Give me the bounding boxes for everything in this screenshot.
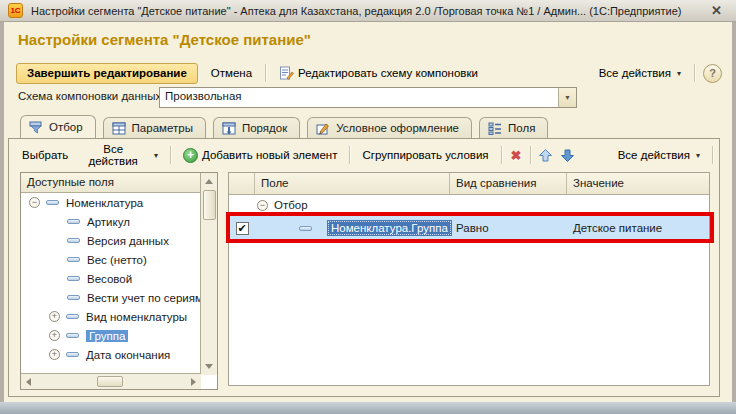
condition-comparison-cell[interactable]: Равно <box>450 222 567 234</box>
tab-filter[interactable]: Отбор <box>20 115 96 138</box>
tab-conditional-appearance[interactable]: Условное оформление <box>307 117 472 138</box>
row-checkbox-checked[interactable]: ✔ <box>236 222 249 235</box>
tab-label: Порядок <box>242 122 287 134</box>
all-actions-top-button[interactable]: Все действия ▾ <box>594 63 686 83</box>
title-bar: 1С Настройки сегмента "Детское питание" … <box>0 0 736 22</box>
field-icon <box>67 219 80 224</box>
all-actions-label: Все действия <box>618 149 690 161</box>
dropdown-arrow-icon: ▼ <box>564 94 571 101</box>
tree-item-ves-netto[interactable]: Вес (нетто) <box>21 250 201 269</box>
field-icon <box>67 295 80 300</box>
condition-value-cell[interactable]: Детское питание <box>567 222 709 234</box>
cancel-button[interactable]: Отмена <box>206 63 257 83</box>
add-element-button[interactable]: + Добавить новый элемент <box>178 144 342 167</box>
filter-group-label: Отбор <box>274 199 308 211</box>
toolbar-separator <box>170 146 171 164</box>
toolbar-separator <box>501 146 502 164</box>
help-button[interactable]: ? <box>703 64 722 83</box>
schema-combobox[interactable]: Произвольная ▼ <box>159 87 577 108</box>
finish-editing-button[interactable]: Завершить редактирование <box>16 63 198 84</box>
select-field-button[interactable]: Выбрать <box>17 145 73 165</box>
toolbar-separator <box>349 146 350 164</box>
schema-row: Схема компоновки данных: Произвольная ▼ <box>18 90 164 102</box>
filter-group-row[interactable]: − Отбор <box>229 195 709 216</box>
command-bar: Завершить редактирование Отмена Редактир… <box>16 60 722 86</box>
tree-item-artikul[interactable]: Артикул <box>21 212 201 231</box>
scroll-up-icon[interactable] <box>205 179 213 184</box>
expander-minus-icon[interactable]: − <box>29 197 40 208</box>
tree-item-data-okonchaniya[interactable]: + Дата окончания <box>21 345 201 364</box>
tree-item-label-selected: Группа <box>86 330 128 342</box>
tree-item-vid-nomenklatury[interactable]: + Вид номенклатуры <box>21 307 201 326</box>
move-up-icon[interactable] <box>538 148 553 163</box>
schema-combobox-value: Произвольная <box>160 88 558 107</box>
edit-schema-label: Редактировать схему компоновки <box>298 67 478 79</box>
tree-item-gruppa-selected[interactable]: + Группа <box>21 326 201 345</box>
order-tab-icon <box>222 122 236 135</box>
expander-plus-icon[interactable]: + <box>49 349 60 360</box>
add-element-label: Добавить новый элемент <box>202 149 337 161</box>
window-border-bottom <box>0 402 736 414</box>
filter-tab-icon <box>29 121 43 134</box>
table-header-row: Поле Вид сравнения Значение <box>229 173 709 195</box>
tree-item-vesovoy[interactable]: Весовой <box>21 269 201 288</box>
edit-schema-button[interactable]: Редактировать схему компоновки <box>274 62 483 85</box>
tree-item-label: Дата окончания <box>86 349 170 361</box>
scrollbar-thumb[interactable] <box>97 376 123 387</box>
field-icon <box>67 238 80 243</box>
field-icon <box>66 333 79 338</box>
filter-condition-row[interactable]: ✔ Номенклатура.Группа Равно Детское пита… <box>229 216 709 240</box>
tree-item-versiya-dannyh[interactable]: Версия данных <box>21 231 201 250</box>
tree-item-label: Весовой <box>87 273 132 285</box>
form-area: Настройки сегмента "Детское питание" Зав… <box>4 22 732 402</box>
move-down-icon[interactable] <box>560 148 575 163</box>
tree-item-nomenklatura[interactable]: − Номенклатура <box>21 193 201 212</box>
expander-plus-icon[interactable]: + <box>49 311 60 322</box>
1c-app-icon: 1С <box>8 3 23 18</box>
close-icon[interactable]: ✕ <box>705 3 728 18</box>
page-title: Настройки сегмента "Детское питание" <box>18 31 311 48</box>
field-icon <box>67 257 80 262</box>
condition-field-cell[interactable]: Номенклатура.Группа <box>327 220 452 236</box>
all-actions-label: Все действия <box>78 143 148 167</box>
tree-item-vesti-uchet[interactable]: Вести учет по сериям <box>21 288 201 307</box>
fields-tab-icon <box>488 122 502 135</box>
chevron-down-icon: ▾ <box>677 69 681 78</box>
toolbar-separator <box>265 64 266 82</box>
add-plus-icon: + <box>183 148 198 163</box>
tab-order[interactable]: Порядок <box>213 117 300 138</box>
scroll-right-icon[interactable] <box>191 378 196 386</box>
field-icon <box>66 314 79 319</box>
tree-item-label: Версия данных <box>87 235 169 247</box>
tab-fields[interactable]: Поля <box>479 117 548 138</box>
schema-label: Схема компоновки данных: <box>18 90 164 102</box>
all-actions-right-button[interactable]: Все действия ▾ <box>613 145 705 165</box>
expander-plus-icon[interactable]: + <box>49 330 60 341</box>
available-fields-panel: Доступные поля − Номенклатура Артикул <box>20 172 218 390</box>
tab-label: Отбор <box>49 121 83 133</box>
parameters-tab-icon <box>112 122 126 135</box>
tab-label: Параметры <box>132 122 193 134</box>
tree-horizontal-scrollbar[interactable] <box>21 373 201 389</box>
scroll-down-icon[interactable] <box>205 364 213 369</box>
all-actions-left-button[interactable]: Все действия ▾ <box>73 139 163 171</box>
group-conditions-button[interactable]: Сгруппировать условия <box>357 145 493 165</box>
tree-item-label: Вид номенклатуры <box>86 311 187 323</box>
combobox-dropdown-button[interactable]: ▼ <box>558 88 576 107</box>
filter-toolbar: Выбрать Все действия ▾ + Добавить новый … <box>17 144 713 166</box>
window-border-right <box>732 22 736 402</box>
tab-label: Условное оформление <box>336 122 459 134</box>
scrollbar-thumb[interactable] <box>203 190 216 220</box>
all-actions-label: Все действия <box>599 67 671 79</box>
edit-schema-icon <box>279 66 294 81</box>
delete-icon[interactable]: ✖ <box>509 148 524 163</box>
tab-label: Поля <box>508 122 535 134</box>
expander-minus-icon[interactable]: − <box>257 200 268 211</box>
chevron-down-icon: ▾ <box>696 151 700 160</box>
tree-vertical-scrollbar[interactable] <box>200 173 217 375</box>
scroll-left-icon[interactable] <box>26 378 31 386</box>
tab-parameters[interactable]: Параметры <box>103 117 206 138</box>
available-fields-header: Доступные поля <box>21 173 201 193</box>
tree-item-label: Артикул <box>87 216 130 228</box>
value-column-header: Значение <box>567 173 709 194</box>
